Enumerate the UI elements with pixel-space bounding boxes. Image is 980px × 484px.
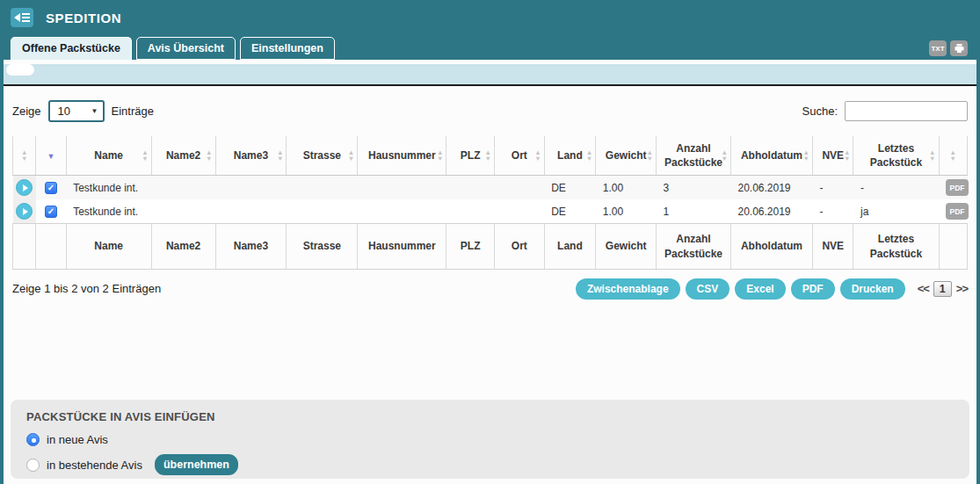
printer-icon[interactable] — [950, 40, 968, 56]
tab-avis-uebersicht[interactable]: Avis Übersicht — [136, 37, 236, 61]
next-page-button[interactable]: >> — [956, 282, 968, 295]
chevron-down-icon: ▼ — [91, 107, 98, 115]
expand-row-button[interactable] — [16, 203, 33, 220]
option-row-bestehende-avis: in bestehende Avis übernehmen — [26, 454, 954, 475]
column-header-select[interactable]: ▼ — [36, 136, 66, 176]
table-controls: Zeige 10 ▼ Einträge Suche: — [12, 100, 968, 122]
cell-abholdatum: 20.06.2019 — [730, 176, 812, 200]
cell-anzahl-packstuecke: 3 — [657, 176, 731, 200]
cell-name2 — [151, 176, 215, 200]
entries-info: Zeige 1 bis 2 von 2 Einträgen — [12, 282, 161, 295]
footer-gewicht: Gewicht — [596, 224, 657, 269]
horizontal-scrollbar — [4, 64, 976, 86]
cell-nve: - — [812, 176, 853, 200]
uebernehmen-button[interactable]: übernehmen — [155, 454, 238, 475]
row-checkbox[interactable]: ✓ — [45, 206, 57, 218]
column-header-abholdatum[interactable]: Abholdatum▲▼ — [730, 136, 812, 176]
column-header-expand[interactable]: ▲▼ — [13, 136, 36, 176]
tab-einstellungen[interactable]: Einstellungen — [240, 37, 335, 61]
table-row: ✓ Testkunde int. DE 1.00 3 20.06.2019 - … — [13, 176, 968, 200]
footer-land: Land — [544, 224, 596, 269]
cell-nve: - — [812, 199, 853, 224]
scrollbar-thumb[interactable] — [6, 64, 34, 76]
column-header-nve[interactable]: NVE▲▼ — [812, 136, 853, 176]
menu-bars-icon — [22, 13, 30, 22]
column-header-plz[interactable]: PLZ▲▼ — [446, 136, 495, 176]
cell-name3 — [215, 199, 287, 224]
entries-label: Einträge — [112, 105, 154, 118]
row-checkbox[interactable]: ✓ — [45, 182, 57, 194]
cell-abholdatum: 20.06.2019 — [730, 199, 812, 224]
footer-select — [36, 224, 66, 269]
topbar-icons: TXT — [929, 40, 968, 56]
footer-ort: Ort — [495, 224, 545, 269]
tab-bar: Offene Packstücke Avis Übersicht Einstel… — [4, 35, 976, 60]
cell-name: Testkunde int. — [66, 176, 151, 200]
column-header-name2[interactable]: Name2▲▼ — [151, 136, 215, 176]
tab-offene-packstuecke[interactable]: Offene Packstücke — [11, 37, 132, 61]
page-title: SPEDITION — [46, 11, 121, 25]
pdf-download-button[interactable]: PDF — [946, 179, 969, 196]
column-header-letztes-packstueck[interactable]: Letztes Packstück▲▼ — [853, 136, 939, 176]
cell-letztes-packstueck: ja — [853, 199, 939, 224]
zwischenablage-button[interactable]: Zwischenablage — [576, 278, 680, 300]
play-icon — [23, 184, 28, 191]
footer-hausnummer: Hausnummer — [358, 224, 446, 269]
sort-desc-icon: ▼ — [21, 155, 27, 162]
search-input[interactable] — [845, 101, 968, 121]
txt-export-icon[interactable]: TXT — [929, 40, 947, 56]
cell-ort — [495, 199, 545, 224]
avis-panel: PACKSTÜCKE IN AVIS EINFÜGEN in neue Avis… — [11, 400, 969, 479]
table-footer-row: Name Name2 Name3 Strasse Hausnummer PLZ … — [13, 224, 968, 269]
expand-row-button[interactable] — [16, 179, 33, 196]
csv-button[interactable]: CSV — [686, 278, 730, 300]
option-row-neue-avis: in neue Avis — [26, 433, 954, 446]
footer-letztes-packstueck: Letztes Packstück — [853, 224, 939, 269]
column-header-hausnummer[interactable]: Hausnummer▲▼ — [358, 136, 446, 176]
search-control: Suche: — [802, 101, 968, 121]
prev-page-button[interactable]: << — [918, 282, 929, 295]
top-bar: SPEDITION Offene Packstücke Avis Übersic… — [4, 0, 976, 60]
cell-gewicht: 1.00 — [596, 199, 657, 224]
radio-label-bestehende-avis: in bestehende Avis — [47, 459, 142, 472]
pdf-export-button[interactable]: PDF — [791, 278, 835, 300]
sort-active-desc-icon: ▼ — [47, 152, 55, 161]
column-header-name[interactable]: Name▲▼ — [66, 136, 151, 176]
page-size-select[interactable]: 10 ▼ — [48, 100, 105, 122]
column-header-name3[interactable]: Name3▲▼ — [215, 136, 287, 176]
spedition-app-window: SPEDITION Offene Packstücke Avis Übersic… — [0, 0, 980, 484]
column-header-pdf[interactable]: ▲▼ — [939, 136, 967, 176]
footer-name2: Name2 — [151, 224, 215, 269]
column-header-anzahl-packstuecke[interactable]: Anzahl Packstücke▲▼ — [657, 136, 731, 176]
radio-in-neue-avis[interactable] — [26, 433, 40, 446]
pdf-download-button[interactable]: PDF — [946, 203, 969, 220]
column-header-ort[interactable]: Ort▲▼ — [495, 136, 545, 176]
cell-strasse — [287, 199, 358, 224]
drucken-button[interactable]: Drucken — [840, 278, 905, 300]
page-number-button[interactable]: 1 — [933, 281, 952, 297]
collapse-sidebar-icon[interactable] — [11, 8, 33, 27]
footer-anzahl-packstuecke: Anzahl Packstücke — [657, 224, 731, 269]
footer-name3: Name3 — [215, 224, 287, 269]
cell-land: DE — [544, 199, 596, 224]
cell-letztes-packstueck: - — [853, 176, 939, 200]
avis-panel-title: PACKSTÜCKE IN AVIS EINFÜGEN — [26, 410, 954, 423]
main-content: Zeige 10 ▼ Einträge Suche: — [4, 86, 976, 300]
cell-hausnummer — [358, 199, 446, 224]
play-icon — [23, 208, 28, 215]
footer-plz: PLZ — [446, 224, 495, 269]
cell-name3 — [215, 176, 287, 200]
radio-in-bestehende-avis[interactable] — [26, 459, 40, 472]
cell-ort — [495, 176, 545, 200]
cell-gewicht: 1.00 — [596, 176, 657, 200]
column-header-gewicht[interactable]: Gewicht▲▼ — [596, 136, 657, 176]
excel-button[interactable]: Excel — [735, 278, 785, 300]
footer-nve: NVE — [812, 224, 853, 269]
column-header-strasse[interactable]: Strasse▲▼ — [287, 136, 358, 176]
footer-name: Name — [66, 224, 151, 269]
pagination: << 1 >> — [918, 281, 968, 297]
cell-name2 — [151, 199, 215, 224]
column-header-land[interactable]: Land▲▼ — [544, 136, 596, 176]
brand-row: SPEDITION — [4, 0, 976, 35]
cell-anzahl-packstuecke: 1 — [657, 199, 731, 224]
